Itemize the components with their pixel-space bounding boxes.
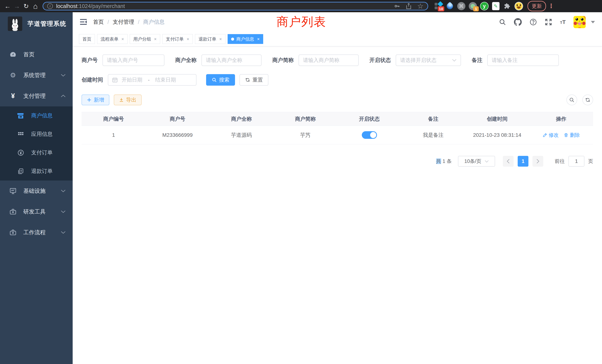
puzzle-extension-icon[interactable] (503, 2, 512, 11)
avatar-caret-icon[interactable] (591, 21, 595, 23)
browser-reload-button[interactable]: ↻ (22, 1, 31, 11)
bookmark-star-icon[interactable]: ☆ (417, 2, 423, 10)
column-header: 创建时间 (465, 116, 529, 122)
address-bar[interactable]: i localhost:1024/pay/merchant ☆ (43, 2, 428, 10)
pay-submenu: 商户信息 应用信息 支付订单 (0, 106, 73, 181)
user-avatar[interactable] (573, 16, 586, 28)
tab-refund-order[interactable]: 退款订单× (195, 34, 225, 44)
site-info-icon[interactable]: i (47, 3, 53, 9)
search-icon[interactable] (499, 18, 506, 26)
breadcrumb-current: 商户信息 (143, 18, 165, 26)
delete-link[interactable]: 删除 (564, 132, 580, 139)
browser-forward-button[interactable]: → (12, 1, 22, 11)
add-button[interactable]: 新增 (82, 95, 109, 105)
gem-extension-icon[interactable] (445, 2, 454, 11)
short-name-input[interactable] (299, 54, 359, 66)
fullscreen-icon[interactable] (545, 18, 552, 26)
calendar-icon (112, 77, 118, 83)
goto-label: 前往 (555, 158, 565, 165)
sidebar-logo-row[interactable]: 芋道管理系统 (0, 12, 73, 35)
close-icon[interactable]: × (257, 36, 260, 42)
github-icon[interactable] (514, 18, 522, 26)
table-row: 1 M233666999 芋道源码 芋艿 我是备注 2021-10-23 08:… (82, 126, 593, 144)
page-size-select[interactable]: 10条/页 (458, 156, 495, 167)
full-name-input[interactable] (202, 54, 261, 66)
circle-extension-icon[interactable]: 1 (468, 2, 477, 11)
sidebar-item-workflow[interactable]: 工作流程 (0, 222, 73, 243)
page-header: 首页 / 支付管理 / 商户信息 TT (73, 12, 602, 32)
tab-user-group[interactable]: 用户分组× (130, 34, 160, 44)
tab-pay-order[interactable]: 支付订单× (162, 34, 193, 44)
url-host: localhost (56, 3, 77, 9)
reset-button[interactable]: 重置 (239, 74, 268, 86)
goto-page: 前往 页 (555, 156, 593, 167)
filter-status: 开启状态 请选择开启状态 (369, 54, 461, 66)
date-range-picker[interactable]: 开始日期 - 结束日期 (108, 74, 196, 86)
status-select[interactable]: 请选择开启状态 (396, 54, 461, 66)
filter-create-time: 创建时间 开始日期 - 结束日期 (82, 74, 196, 86)
page-number-button[interactable]: 1 (518, 156, 528, 167)
sidebar-item-label: 系统管理 (23, 72, 46, 79)
breadcrumb-pay[interactable]: 支付管理 (113, 18, 134, 26)
goto-page-input[interactable] (569, 156, 584, 167)
grid-diamond-extension-icon[interactable]: 10 (434, 2, 443, 11)
browser-back-button[interactable]: ← (3, 1, 12, 11)
extension-badge: 10 (438, 6, 444, 11)
sidebar-item-merchant-info[interactable]: 商户信息 (0, 106, 73, 125)
sidebar-item-infrastructure[interactable]: 基础设施 (0, 181, 73, 201)
password-key-icon[interactable] (394, 3, 400, 9)
export-button[interactable]: 导出 (114, 95, 142, 105)
field-label: 创建时间 (82, 76, 103, 84)
merchant-table: 商户编号 商户号 商户全称 商户简称 开启状态 备注 创建时间 操作 1 M23… (82, 112, 593, 144)
column-header: 备注 (401, 116, 465, 122)
edit-link[interactable]: 修改 (542, 132, 559, 139)
y-extension-icon[interactable]: y (480, 2, 489, 11)
merchant-no-input[interactable] (103, 54, 164, 66)
filter-merchant-no: 商户号 (82, 54, 164, 66)
help-icon[interactable] (529, 18, 537, 26)
url-path: :1024/pay/merchant (77, 3, 125, 9)
share-icon[interactable] (406, 3, 412, 9)
sidebar-item-home[interactable]: 首页 (0, 44, 73, 65)
sidebar-item-pay[interactable]: ¥ 支付管理 (0, 86, 73, 106)
sidebar-menu: 首页 ⚙ 系统管理 ¥ 支付管理 (0, 44, 73, 243)
pencil-icon (542, 133, 547, 138)
sidebar-item-dev-tools[interactable]: 研发工具 (0, 201, 73, 222)
browser-home-button[interactable]: ⌂ (31, 1, 40, 11)
sidebar-item-label: 退款订单 (31, 168, 53, 175)
chevron-right-icon (536, 159, 539, 164)
prev-page-button[interactable] (503, 156, 514, 167)
refresh-button[interactable] (582, 95, 593, 105)
tab-process-form[interactable]: 流程表单× (97, 34, 128, 44)
pagination: 共 1 条 10条/页 1 前往 页 (82, 156, 593, 167)
close-icon[interactable]: × (154, 36, 157, 42)
close-icon[interactable]: × (219, 36, 222, 42)
sidebar-item-refund-order[interactable]: 退款订单 (0, 162, 73, 181)
column-header: 开启状态 (337, 116, 401, 122)
sidebar-collapse-icon[interactable] (80, 19, 87, 25)
extension-row: 10 ⌘ 1 y ✎ (433, 2, 525, 11)
search-button[interactable]: 搜索 (206, 74, 235, 86)
close-icon[interactable]: × (121, 36, 124, 42)
sidebar-item-pay-order[interactable]: 支付订单 (0, 143, 73, 162)
sidebar-item-system[interactable]: ⚙ 系统管理 (0, 65, 73, 86)
status-toggle[interactable] (362, 131, 377, 139)
command-extension-icon[interactable]: ⌘ (457, 2, 466, 11)
close-icon[interactable]: × (187, 36, 189, 42)
next-page-button[interactable] (533, 156, 543, 167)
filter-row-2: 创建时间 开始日期 - 结束日期 搜索 重置 (82, 74, 593, 86)
note-extension-icon[interactable]: ✎ (491, 2, 500, 11)
tab-merchant-info[interactable]: 商户信息× (228, 34, 263, 44)
tab-home[interactable]: 首页 (79, 34, 95, 44)
breadcrumb-home[interactable]: 首页 (93, 18, 104, 26)
trash-icon (564, 133, 569, 138)
smiley-extension-icon[interactable] (514, 2, 523, 11)
browser-update-button[interactable]: 更新 (527, 1, 546, 11)
cell-create-time: 2021-10-23 08:31:14 (465, 132, 529, 138)
remark-input[interactable] (487, 54, 559, 66)
chevron-down-icon (61, 231, 66, 234)
sidebar-item-app-info[interactable]: 应用信息 (0, 125, 73, 143)
font-size-icon[interactable]: TT (560, 19, 566, 25)
browser-menu-icon[interactable]: ⋮ (548, 4, 553, 8)
show-search-button[interactable] (566, 95, 577, 105)
